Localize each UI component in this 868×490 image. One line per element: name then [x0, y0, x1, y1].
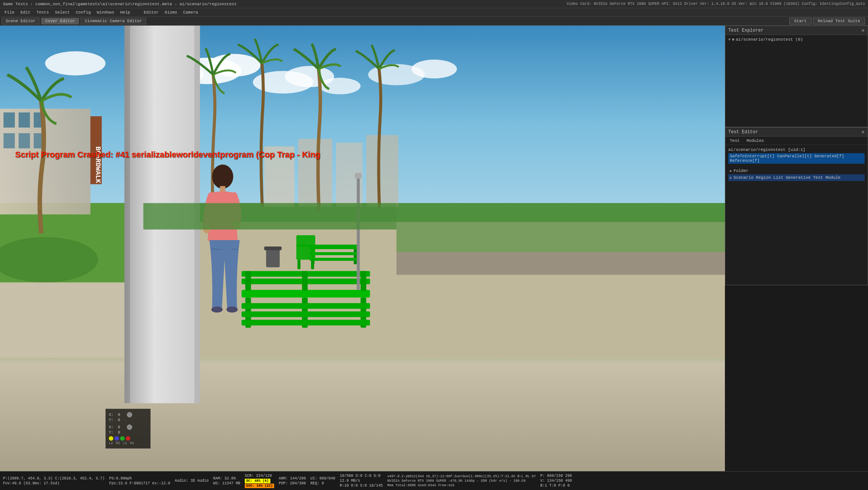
- test-explorer-close[interactable]: ✕: [862, 27, 865, 33]
- r1-label: R1: [130, 441, 134, 445]
- cinematic-camera-editor-button[interactable]: Cinematic Camera Editor: [81, 18, 146, 24]
- test-editor-content: ai/scenario/regionstest [uid:1] SafeToIn…: [725, 145, 868, 183]
- menu-edit[interactable]: Edit: [17, 9, 33, 15]
- main-viewport-area: BOARDWALK: [0, 26, 725, 471]
- svg-rect-42: [241, 303, 370, 309]
- left-stick: [127, 412, 132, 417]
- svg-rect-43: [241, 312, 370, 317]
- svg-rect-51: [296, 235, 315, 247]
- svg-point-59: [226, 307, 238, 313]
- gpu-section: v497.0.2-yb012(644 sb_37):12:00f.Sun>Sun…: [387, 475, 535, 487]
- l1-label: L1: [123, 441, 127, 445]
- svg-rect-50: [296, 245, 315, 260]
- fov-text: Fov:49.6 (63.9ms: 17.5sd): [3, 481, 105, 485]
- folder-expand-arrow: ▶: [730, 169, 732, 173]
- blue-button: [114, 436, 119, 441]
- scene-editor-button[interactable]: Scene Editor: [2, 18, 40, 24]
- menu-tests[interactable]: Tests: [34, 9, 52, 15]
- svg-rect-17: [18, 113, 30, 128]
- x2-label: X:: [109, 425, 116, 429]
- folder-label: Folder: [734, 169, 749, 173]
- top-buttons-area: Start Reload Test Suite: [789, 17, 865, 26]
- yellow-button: [109, 436, 113, 441]
- x1-value: 0: [118, 413, 125, 417]
- test-path-line: ai/scenario/regionstest [uid:1]: [728, 147, 865, 152]
- module-label: Scenario Region List Generative Test Mod…: [734, 175, 841, 180]
- status-bar: P:(2009.7, 454.9, 3.3) C:(2010.3, 452.4,…: [0, 471, 868, 490]
- l2-label: L2: [109, 441, 113, 445]
- y2-value: 0: [118, 431, 125, 435]
- x1-label: X:: [109, 413, 116, 417]
- svg-rect-31: [266, 248, 280, 267]
- menu-editor[interactable]: Editor: [141, 9, 162, 15]
- svg-rect-29: [124, 26, 130, 403]
- svg-point-58: [211, 307, 223, 313]
- menu-config[interactable]: Config: [73, 9, 94, 15]
- menu-gizmo[interactable]: Gizmo: [162, 9, 180, 15]
- svg-rect-20: [18, 133, 30, 148]
- fps-text: Fps:15.6 F:0001717 ex:-12.0: [109, 481, 170, 485]
- title-bar: Game Tests : common_non_final\gametests\…: [0, 0, 868, 8]
- test-explorer-panel: Test Explorer ✕ ▼ ai/scenario/regionstes…: [725, 26, 868, 127]
- scene-svg: BOARDWALK: [0, 26, 725, 471]
- anm-text: ANM: 144/200: [279, 476, 306, 481]
- svg-rect-49: [302, 271, 308, 291]
- v-vals-text: V: 134/150 490: [540, 479, 572, 483]
- reload-test-suite-button[interactable]: Reload Test Suite: [813, 18, 865, 24]
- ui-text: UI: 009/040: [310, 476, 335, 481]
- svg-point-9: [45, 51, 106, 75]
- green-button: [120, 436, 125, 441]
- rate-section: 10/500 D:0 C:0 G:0 12.9 MB/s R:10 D:0 S:…: [340, 474, 383, 488]
- test-props: SafeToInterrupt[t] CanParallel[t] Genera…: [730, 154, 844, 163]
- module-tree-row[interactable]: ▶ Scenario Region List Generative Test M…: [728, 174, 865, 181]
- rate3-text: R:10 D:0 S:0 18/145: [340, 484, 383, 488]
- svg-rect-47: [245, 271, 251, 291]
- tree-item-label: ai/scenario/regionstest (0): [736, 37, 803, 42]
- menu-file[interactable]: File: [2, 9, 17, 15]
- dc-badge: DC: 48% (6): [245, 479, 270, 483]
- svg-rect-37: [310, 258, 358, 261]
- menu-select[interactable]: Select: [52, 9, 73, 15]
- b-vals-text: B:1 T:0 P:0 0: [540, 484, 572, 488]
- menu-windows[interactable]: Windows: [94, 9, 117, 15]
- svg-rect-63: [143, 203, 397, 230]
- svg-rect-27: [366, 135, 398, 207]
- svg-rect-64: [397, 203, 725, 252]
- test-menu-item-test[interactable]: Test: [727, 138, 743, 144]
- folder-tree-row[interactable]: ▶ Folder: [728, 167, 865, 174]
- test-editor-close[interactable]: ✕: [862, 129, 865, 135]
- controller-overlay: X: 0 Y: 0 X: 0 Y: 0: [105, 409, 151, 449]
- svg-rect-53: [311, 260, 314, 269]
- dsc-badge: DSC: 16% (22): [245, 484, 274, 488]
- test-editor-menu: Test Modules: [725, 137, 868, 145]
- svg-rect-62: [397, 252, 725, 275]
- title-text: Game Tests : common_non_final\gametests\…: [3, 2, 237, 6]
- audio-text: Audio: 3D Audio: [175, 479, 209, 483]
- x2-value: 0: [118, 425, 125, 429]
- cover-editor-button[interactable]: Cover Editor: [41, 18, 79, 24]
- menu-help[interactable]: Help: [117, 9, 133, 15]
- pop-text: POP: 204/300: [279, 481, 306, 485]
- start-button[interactable]: Start: [789, 18, 812, 24]
- svg-rect-19: [3, 133, 15, 148]
- ui-section: UI: 009/040 REQ: 0: [310, 476, 335, 485]
- svg-rect-16: [3, 113, 15, 128]
- req-text: REQ: 0: [310, 481, 335, 485]
- svg-rect-35: [354, 249, 357, 264]
- menu-bar: File Edit Tests Select Config Windows He…: [0, 8, 868, 17]
- test-path: ai/scenario/regionstest [uid:1]: [728, 148, 805, 152]
- rate2-text: 12.9 MB/s: [340, 479, 383, 483]
- p-vals-text: P: 069/150 296: [540, 474, 572, 478]
- svg-rect-33: [310, 245, 358, 249]
- test-editor-header: Test Editor ✕: [725, 128, 868, 137]
- test-props-line: SafeToInterrupt[t] CanParallel[t] Genera…: [728, 153, 865, 164]
- menu-camera[interactable]: Camera: [180, 9, 201, 15]
- position-section: P:(2009.7, 454.9, 3.3) C:(2010.3, 452.4,…: [3, 476, 105, 485]
- svg-rect-38: [241, 290, 370, 297]
- svg-rect-44: [241, 320, 370, 326]
- tree-item-regionstest[interactable]: ▼ ai/scenario/regionstest (0): [725, 37, 868, 43]
- test-menu-item-modules[interactable]: Modules: [743, 138, 767, 144]
- y2-label: Y:: [109, 431, 116, 435]
- svg-rect-52: [297, 260, 301, 269]
- svg-rect-60: [357, 177, 360, 290]
